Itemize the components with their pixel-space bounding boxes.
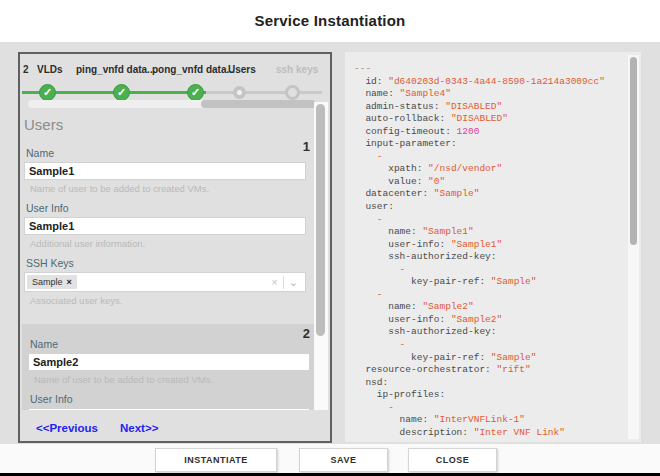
yaml-line: name: "Sample4" (354, 88, 626, 101)
user-1-name-label: Name (26, 147, 306, 159)
yaml-line: - (354, 339, 626, 352)
user-2-name-input[interactable] (28, 353, 310, 371)
yaml-scrollbar-thumb[interactable] (630, 57, 637, 245)
step-label-pong-vnfd-data[interactable]: pong_vnfd data... (152, 64, 235, 75)
yaml-line: auto-rollback: "DISABLED" (354, 113, 626, 126)
step-check-icon: ✓ (113, 84, 130, 101)
yaml-preview-panel: ---id: "d640203d-0343-4a44-8590-1a214a30… (345, 52, 641, 442)
yaml-line: nsd: (354, 377, 626, 390)
yaml-line: key-pair-ref: "Sample" (354, 276, 626, 289)
yaml-line: value: "0" (354, 176, 626, 189)
user-1-info-label: User Info (26, 202, 306, 214)
yaml-scrollbar[interactable] (628, 55, 639, 439)
service-instantiation-dialog: Service Instantiation 2VLDsping_vnfd dat… (0, 0, 660, 476)
yaml-line: - (354, 151, 626, 164)
step-current-icon (233, 86, 246, 99)
yaml-line: name: "Sample1" (354, 226, 626, 239)
form-vertical-scrollbar[interactable] (314, 102, 328, 410)
dialog-footer: INSTANTIATE SAVE CLOSE (0, 444, 660, 473)
close-button[interactable]: CLOSE (408, 448, 497, 472)
previous-link[interactable]: <<Previous (36, 422, 98, 434)
step-label-ssh-keys[interactable]: ssh keys (276, 64, 318, 75)
yaml-code: ---id: "d640203d-0343-4a44-8590-1a214a30… (354, 63, 626, 439)
yaml-line: input-parameter: (354, 138, 626, 151)
title-bar: Service Instantiation (0, 0, 660, 42)
step-label-users[interactable]: Users (228, 64, 256, 75)
select-clear-icon[interactable]: × (266, 276, 282, 288)
yaml-line: - (354, 402, 626, 415)
yaml-line: user-info: "Sample1" (354, 239, 626, 252)
user-1-info-helper-text: Additional user information. (30, 238, 306, 249)
ssh-key-chip: Sample× (27, 275, 77, 289)
user-1-name-input[interactable] (24, 162, 306, 180)
user-2-info-label: User Info (30, 393, 306, 405)
yaml-line: resource-orchestrator: "rift" (354, 364, 626, 377)
users-form-scroll-area: Users 1NameName of user to be added to c… (22, 112, 314, 410)
user-1-name-helper-text: Name of user to be added to created VMs. (30, 183, 306, 194)
step-label-vlds[interactable]: VLDs (37, 64, 63, 75)
yaml-line: - (354, 264, 626, 277)
stepper-progress-line-remaining (206, 91, 322, 94)
yaml-line: xpath: "/nsd/vendor" (354, 163, 626, 176)
chip-remove-icon[interactable]: × (67, 277, 72, 287)
yaml-line: ssh-authorized-key: (354, 326, 626, 339)
yaml-line: name: "InterVNFLink-1" (354, 414, 626, 427)
user-1-ssh-keys-label: SSH Keys (26, 257, 306, 269)
user-section-2: 2NameName of user to be added to created… (22, 324, 314, 410)
yaml-line: datacenter: "Sample" (354, 188, 626, 201)
current-step-dot (237, 90, 242, 95)
user-1-ssh-keys-select[interactable]: Sample××⌄ (24, 272, 306, 292)
step-label-2[interactable]: 2 (23, 64, 29, 75)
yaml-line: admin-status: "DISABLED" (354, 101, 626, 114)
section-number: 2 (303, 326, 310, 341)
form-heading: Users (24, 116, 314, 133)
user-sections: 1NameName of user to be added to created… (22, 137, 314, 410)
next-link[interactable]: Next>> (120, 422, 158, 434)
yaml-line: - (354, 289, 626, 302)
save-button[interactable]: SAVE (299, 448, 388, 472)
yaml-line: user: (354, 201, 626, 214)
yaml-line: ip-profiles: (354, 389, 626, 402)
chevron-down-icon[interactable]: ⌄ (284, 278, 303, 286)
user-2-name-label: Name (30, 338, 306, 350)
yaml-line: user-info: "Sample2" (354, 314, 626, 327)
yaml-line: key-pair-ref: "Sample" (354, 352, 626, 365)
yaml-line: description: "Inter VNF Link" (354, 427, 626, 440)
dialog-body: 2VLDsping_vnfd data...pong_vnfd data...U… (0, 42, 660, 444)
wizard-navigation: <<PreviousNext>> (36, 422, 180, 434)
user-2-info-input[interactable] (28, 408, 310, 410)
page-title: Service Instantiation (0, 0, 660, 29)
yaml-line: --- (354, 63, 626, 76)
stepper-horizontal-scrollbar[interactable] (28, 100, 316, 108)
user-section-1: 1NameName of user to be added to created… (22, 137, 314, 316)
instantiate-button[interactable]: INSTANTIATE (155, 448, 277, 472)
user-2-name-helper-text: Name of user to be added to created VMs. (34, 374, 306, 385)
section-number: 1 (303, 139, 310, 154)
step-check-icon: ✓ (39, 84, 56, 101)
wizard-stepper: 2VLDsping_vnfd data...pong_vnfd data...U… (20, 54, 330, 112)
stepper-horizontal-scrollbar-thumb[interactable] (201, 100, 316, 108)
yaml-line: ssh-authorized-key: (354, 251, 626, 264)
ssh-keys-helper-text: Associated user keys. (30, 295, 306, 306)
yaml-line: name: "Sample2" (354, 301, 626, 314)
yaml-line: config-timeout: 1200 (354, 126, 626, 139)
wizard-card: 2VLDsping_vnfd data...pong_vnfd data...U… (18, 52, 332, 443)
step-check-icon: ✓ (187, 84, 204, 101)
user-1-info-input[interactable] (24, 217, 306, 235)
form-vertical-scrollbar-thumb[interactable] (316, 104, 325, 336)
ssh-key-chip-label: Sample (32, 277, 63, 287)
select-icons: ×⌄ (266, 273, 303, 291)
step-upcoming-icon (285, 85, 300, 100)
yaml-line: id: "d640203d-0343-4a44-8590-1a214a3009c… (354, 76, 626, 89)
yaml-line: - (354, 214, 626, 227)
step-label-ping-vnfd-data[interactable]: ping_vnfd data... (76, 64, 155, 75)
